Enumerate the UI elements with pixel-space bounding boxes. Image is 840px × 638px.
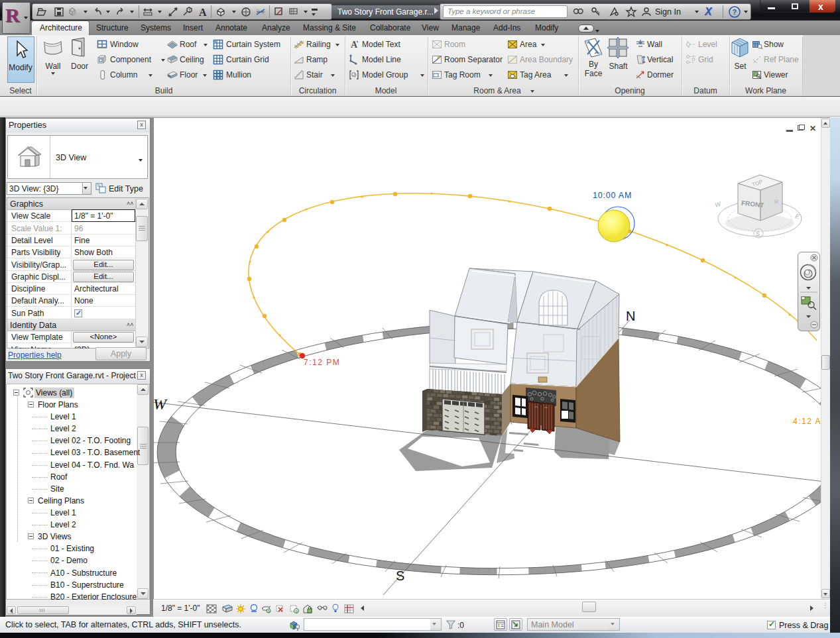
svg-text:S: S xyxy=(756,231,760,237)
svg-text:E: E xyxy=(795,213,801,220)
svg-text:A: A xyxy=(199,7,207,18)
svg-text:W: W xyxy=(714,200,723,209)
svg-text:7:12 PM: 7:12 PM xyxy=(304,358,340,367)
svg-text:10:00 AM: 10:00 AM xyxy=(593,191,632,200)
svg-text:?: ? xyxy=(733,8,737,16)
svg-text:N: N xyxy=(626,309,635,323)
svg-text:1: 1 xyxy=(188,8,191,13)
svg-text:S: S xyxy=(396,568,404,583)
svg-text:4:12 A: 4:12 A xyxy=(793,417,821,426)
svg-text:W: W xyxy=(153,396,168,413)
